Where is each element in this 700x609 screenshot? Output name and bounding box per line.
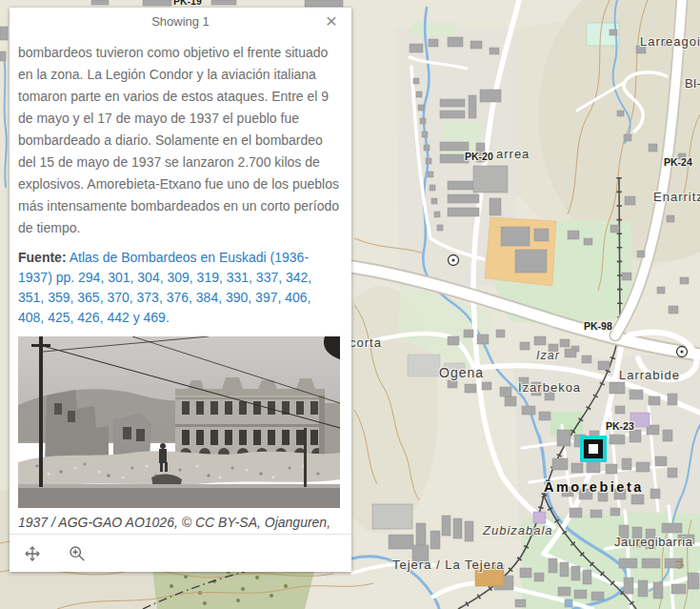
zoom-in-icon[interactable]: [66, 542, 88, 564]
popup-content: bombardeos tuvieron como objetivo el fre…: [10, 42, 351, 551]
close-icon[interactable]: ×: [319, 8, 344, 34]
ruins-photo-illustration: [18, 336, 340, 508]
popup-title: Showing 1: [151, 14, 210, 29]
source-label: Fuente:: [18, 250, 67, 265]
historical-photo: [18, 336, 340, 508]
selected-feature-marker[interactable]: [584, 439, 603, 458]
app-window: PK-19 Larreagoik BI-6 PK-20 arrea PK-24 …: [0, 0, 700, 609]
popup-body-text: bombardeos tuvieron como objetivo el fre…: [18, 42, 340, 239]
popup-header: Showing 1 ×: [10, 8, 351, 36]
pan-icon[interactable]: [22, 543, 43, 564]
feature-popup: Showing 1 × bombardeos tuvieron como obj…: [10, 8, 351, 572]
popup-source: Fuente: Atlas de Bombardeos en Euskadi (…: [18, 248, 340, 328]
popup-footer: [10, 534, 351, 572]
